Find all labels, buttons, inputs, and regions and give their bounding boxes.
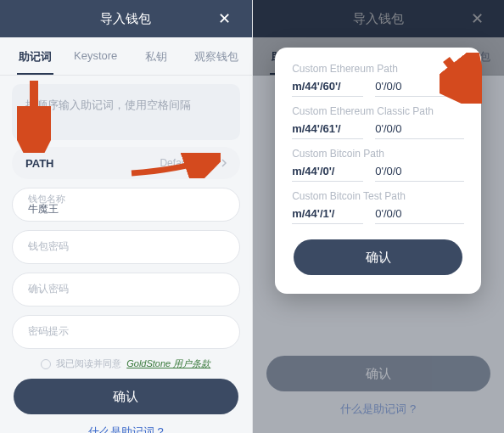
terms-link[interactable]: GoldStone 用户条款	[126, 357, 210, 370]
path-suffix-input[interactable]: 0'/0/0	[375, 165, 464, 182]
agree-row[interactable]: 我已阅读并同意 GoldStone 用户条款	[12, 357, 240, 370]
left-screen: 导入钱包 ✕ 助记词 Keystore 私钥 观察钱包 按顺序输入助记词，使用空…	[0, 0, 252, 433]
path-group-label: Custom Bitcoin Test Path	[292, 190, 464, 202]
path-suffix-input[interactable]: 0'/0/0	[375, 80, 464, 97]
page-title: 导入钱包	[100, 11, 151, 27]
right-screen: 导入钱包 ✕ 助记词 Keystore 私钥 观察钱包 确认 什么是助记词 Cu…	[252, 0, 505, 433]
path-group-btc-test: Custom Bitcoin Test Path m/44'/1'/ 0'/0/…	[292, 190, 464, 224]
path-suffix-input[interactable]: 0'/0/0	[375, 122, 464, 139]
confirm-password-label: 确认密码	[28, 284, 224, 295]
path-modal: Custom Ethereum Path m/44'/60'/ 0'/0/0 C…	[275, 48, 481, 294]
topbar: 导入钱包 ✕	[0, 0, 252, 37]
confirm-button[interactable]: 确认	[14, 379, 238, 414]
tab-mnemonic[interactable]: 助记词	[5, 37, 65, 75]
path-group-etc: Custom Ethereum Classic Path m/44'/61'/ …	[292, 105, 464, 139]
wallet-name-field[interactable]: 钱包名称 牛魔王	[12, 188, 240, 222]
password-hint-field[interactable]: 密码提示	[12, 315, 240, 349]
path-group-label: Custom Bitcoin Path	[292, 148, 464, 160]
close-icon[interactable]: ✕	[206, 0, 244, 37]
tab-watch[interactable]: 观察钱包	[186, 37, 246, 75]
path-group-btc: Custom Bitcoin Path m/44'/0'/ 0'/0/0	[292, 148, 464, 182]
path-value: Default Path	[160, 157, 216, 169]
modal-confirm-button[interactable]: 确认	[294, 239, 462, 275]
wallet-password-field[interactable]: 钱包密码	[12, 230, 240, 264]
checkbox-icon[interactable]	[41, 359, 51, 369]
path-group-label: Custom Ethereum Classic Path	[292, 105, 464, 117]
modal-backdrop[interactable]: Custom Ethereum Path m/44'/60'/ 0'/0/0 C…	[253, 0, 505, 433]
path-prefix-input[interactable]: m/44'/61'/	[292, 122, 363, 139]
mnemonic-input[interactable]: 按顺序输入助记词，使用空格间隔	[12, 84, 240, 140]
path-suffix-input[interactable]: 0'/0/0	[375, 207, 464, 224]
path-prefix-input[interactable]: m/44'/1'/	[292, 207, 363, 224]
chevron-right-icon	[221, 159, 227, 167]
wallet-password-label: 钱包密码	[28, 241, 224, 252]
wallet-name-value: 牛魔王	[28, 204, 224, 215]
path-prefix-input[interactable]: m/44'/0'/	[292, 165, 363, 182]
agree-text: 我已阅读并同意	[56, 357, 121, 370]
path-selector[interactable]: PATH Default Path	[12, 147, 240, 179]
path-group-eth: Custom Ethereum Path m/44'/60'/ 0'/0/0	[292, 63, 464, 97]
body-left: 按顺序输入助记词，使用空格间隔 PATH Default Path 钱包名称 牛…	[0, 76, 252, 433]
help-link[interactable]: 什么是助记词	[12, 414, 240, 433]
tab-keystore[interactable]: Keystore	[65, 37, 126, 75]
password-hint-label: 密码提示	[28, 326, 224, 337]
tab-private-key[interactable]: 私钥	[126, 37, 186, 75]
path-prefix-input[interactable]: m/44'/60'/	[292, 80, 363, 97]
tab-bar: 助记词 Keystore 私钥 观察钱包	[0, 37, 252, 76]
path-group-label: Custom Ethereum Path	[292, 63, 464, 75]
confirm-password-field[interactable]: 确认密码	[12, 273, 240, 306]
path-label: PATH	[25, 157, 53, 170]
